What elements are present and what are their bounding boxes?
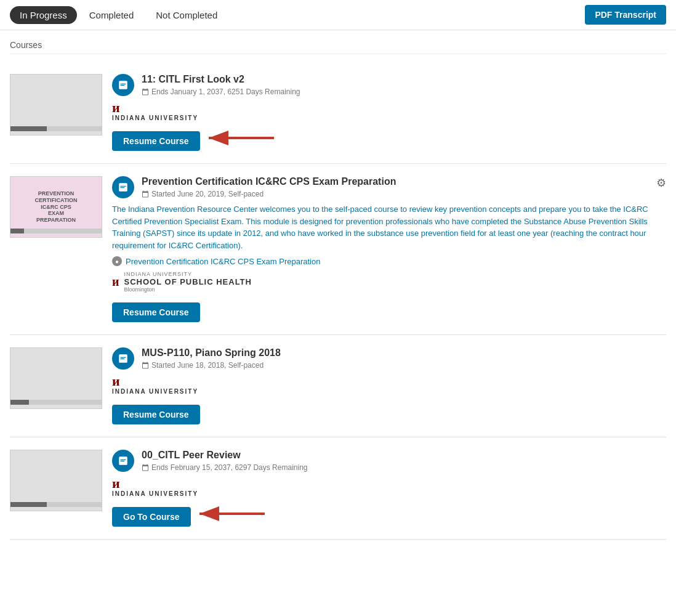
course-title: Prevention Certification IC&RC CPS Exam … xyxy=(142,176,649,187)
svg-rect-9 xyxy=(121,357,126,358)
iu-sph-name: SCHOOL OF PUBLIC HEALTH xyxy=(124,277,252,286)
globe-icon: ● xyxy=(112,256,122,266)
course-meta-text: Ends January 1, 2037, 6251 Days Remainin… xyxy=(151,87,300,96)
button-row: Go To Course xyxy=(112,502,666,527)
courses-section: Courses 11: CITL First Look v2 Ends Janu… xyxy=(0,30,676,540)
course-meta: Ends February 15, 2037, 6297 Days Remain… xyxy=(142,463,666,472)
course-header: MUS-P110, Piano Spring 2018 Started June… xyxy=(112,347,666,370)
course-info: Prevention Certification IC&RC CPS Exam … xyxy=(112,176,666,322)
resume-course-button[interactable]: Resume Course xyxy=(112,131,200,151)
course-info: 00_CITL Peer Review Ends February 15, 20… xyxy=(112,450,666,527)
button-row: Resume Course xyxy=(112,126,666,151)
course-description: The Indiana Prevention Resource Center w… xyxy=(112,203,666,251)
tab-not-completed[interactable]: Not Completed xyxy=(146,6,227,24)
svg-rect-13 xyxy=(121,461,125,461)
tabs-bar: In Progress Completed Not Completed PDF … xyxy=(0,0,676,30)
svg-rect-1 xyxy=(121,84,126,84)
red-arrow xyxy=(206,129,280,148)
course-header: Prevention Certification IC&RC CPS Exam … xyxy=(112,176,666,198)
course-title: MUS-P110, Piano Spring 2018 xyxy=(142,347,666,359)
course-title-block: 11: CITL First Look v2 Ends January 1, 2… xyxy=(142,74,666,96)
course-info: 11: CITL First Look v2 Ends January 1, 2… xyxy=(112,74,666,151)
course-info: MUS-P110, Piano Spring 2018 Started June… xyxy=(112,347,666,424)
iu-sph-text: INDIANA UNIVERSITY SCHOOL OF PUBLIC HEAL… xyxy=(124,271,252,293)
course-title-block: 00_CITL Peer Review Ends February 15, 20… xyxy=(142,450,666,472)
course-thumbnail: PREVENTION CERTIFICATIONIC&RC CPS EXAMPR… xyxy=(10,176,102,238)
course-link-text: Prevention Certification IC&RC CPS Exam … xyxy=(126,257,320,266)
course-icon xyxy=(112,176,134,198)
iu-logo-mark: и xyxy=(112,477,120,490)
iu-logo-text: INDIANA UNIVERSITY xyxy=(112,115,198,121)
button-row: Resume Course xyxy=(112,298,666,322)
svg-rect-10 xyxy=(121,359,125,359)
course-link[interactable]: ● Prevention Certification IC&RC CPS Exa… xyxy=(112,256,666,266)
tab-completed[interactable]: Completed xyxy=(79,6,144,24)
course-icon xyxy=(112,74,134,96)
resume-course-button[interactable]: Resume Course xyxy=(112,302,200,322)
svg-rect-7 xyxy=(121,187,125,188)
svg-rect-2 xyxy=(121,85,125,86)
courses-container: 11: CITL First Look v2 Ends January 1, 2… xyxy=(10,62,666,540)
course-meta: Ends January 1, 2037, 6251 Days Remainin… xyxy=(142,87,666,96)
course-title: 00_CITL Peer Review xyxy=(142,450,666,461)
courses-label: Courses xyxy=(10,40,666,54)
course-title: 11: CITL First Look v2 xyxy=(142,74,666,85)
course-meta-text: Started June 18, 2018, Self-paced xyxy=(151,361,264,370)
course-thumbnail xyxy=(10,74,102,136)
iu-logo-mark: и xyxy=(112,375,120,388)
course-thumbnail xyxy=(10,347,102,409)
iu-logo: и INDIANA UNIVERSITY xyxy=(112,375,666,395)
course-card-citl-peer-review: 00_CITL Peer Review Ends February 15, 20… xyxy=(10,437,666,540)
iu-logo: и INDIANA UNIVERSITY xyxy=(112,101,666,121)
iu-logo-text: INDIANA UNIVERSITY xyxy=(112,490,198,497)
course-card-mus-p110: MUS-P110, Piano Spring 2018 Started June… xyxy=(10,335,666,437)
iu-sph-logo: и INDIANA UNIVERSITY SCHOOL OF PUBLIC HE… xyxy=(112,271,666,293)
iu-sph-mark: и xyxy=(112,275,119,289)
course-title-block: Prevention Certification IC&RC CPS Exam … xyxy=(142,176,649,198)
course-icon xyxy=(112,450,134,472)
red-arrow xyxy=(197,505,271,524)
iu-sph-sub: Bloomington xyxy=(124,286,252,293)
course-header: 00_CITL Peer Review Ends February 15, 20… xyxy=(112,450,666,472)
go-to-course-button[interactable]: Go To Course xyxy=(112,507,191,527)
course-meta-text: Ends February 15, 2037, 6297 Days Remain… xyxy=(151,463,307,472)
course-meta: Started June 18, 2018, Self-paced xyxy=(142,361,666,370)
course-meta-text: Started June 20, 2019, Self-paced xyxy=(151,190,264,198)
course-card-prevention-cert: PREVENTION CERTIFICATIONIC&RC CPS EXAMPR… xyxy=(10,164,666,335)
button-row: Resume Course xyxy=(112,400,666,424)
course-meta: Started June 20, 2019, Self-paced xyxy=(142,190,649,198)
gear-icon[interactable]: ⚙ xyxy=(656,176,666,190)
tab-in-progress[interactable]: In Progress xyxy=(10,6,77,24)
iu-sph-top: INDIANA UNIVERSITY xyxy=(124,271,252,277)
iu-logo-text: INDIANA UNIVERSITY xyxy=(112,388,198,395)
course-header: 11: CITL First Look v2 Ends January 1, 2… xyxy=(112,74,666,96)
course-icon xyxy=(112,347,134,370)
course-card-citl-first-look: 11: CITL First Look v2 Ends January 1, 2… xyxy=(10,62,666,164)
svg-rect-6 xyxy=(121,186,126,187)
course-title-block: MUS-P110, Piano Spring 2018 Started June… xyxy=(142,347,666,370)
thumbnail-text: PREVENTION CERTIFICATIONIC&RC CPS EXAMPR… xyxy=(33,190,79,224)
course-thumbnail xyxy=(10,450,102,511)
resume-course-button[interactable]: Resume Course xyxy=(112,405,200,424)
pdf-transcript-button[interactable]: PDF Transcript xyxy=(585,5,666,25)
iu-logo-mark: и xyxy=(112,101,120,115)
iu-logo: и INDIANA UNIVERSITY xyxy=(112,477,666,497)
svg-rect-12 xyxy=(121,460,126,460)
